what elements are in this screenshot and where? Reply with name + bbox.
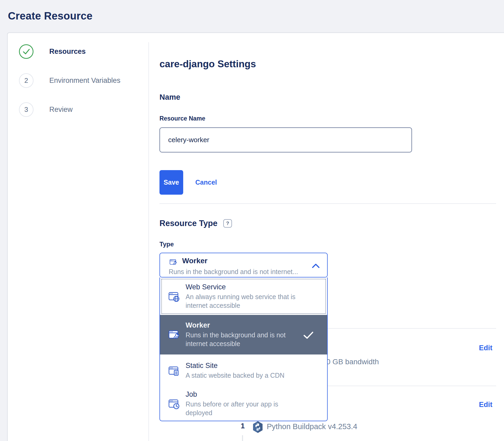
option-description: An always running web service that is in… [186,293,302,310]
create-resource-screen: Create Resource Resources 2 Environment … [0,0,504,441]
option-static-site[interactable]: Static Site A static website backed by a… [160,354,327,387]
option-title: Static Site [186,362,302,370]
chevron-up-icon[interactable] [312,263,320,268]
buildpack-step-number: 1 [241,422,245,430]
python-logo-icon [253,421,263,433]
option-job[interactable]: Job Runs before or after your app is dep… [160,387,327,421]
bandwidth-text: 0 GB bandwidth [326,358,379,366]
resource-type-dropdown-menu: Web Service An always running web servic… [159,277,328,421]
selected-option-description: Runs in the background and is not intern… [169,268,316,276]
option-description: A static website backed by a CDN [186,371,302,380]
resource-type-select[interactable]: Worker Runs in the background and is not… [159,253,328,277]
selected-check-icon [303,331,313,339]
option-title: Job [186,390,302,399]
option-web-service[interactable]: Web Service An always running web servic… [161,279,326,314]
window-wrench-icon [168,329,180,341]
window-globe-icon [168,290,180,303]
buildpack-label: Python Buildpack v4.253.4 [267,422,357,431]
window-document-icon [168,365,180,377]
edit-link[interactable]: Edit [479,344,492,352]
timeline-connector [242,435,243,441]
option-worker-selected[interactable]: Worker Runs in the background and is not… [160,315,327,354]
selected-option-title: Worker [182,257,207,265]
option-description: Runs before or after your app is deploye… [186,400,302,417]
option-title: Worker [186,321,302,329]
edit-link[interactable]: Edit [479,401,492,409]
window-clock-icon [168,398,180,410]
option-title: Web Service [186,283,302,291]
option-description: Runs in the background and is not intern… [186,331,302,348]
window-wrench-icon [169,258,177,266]
